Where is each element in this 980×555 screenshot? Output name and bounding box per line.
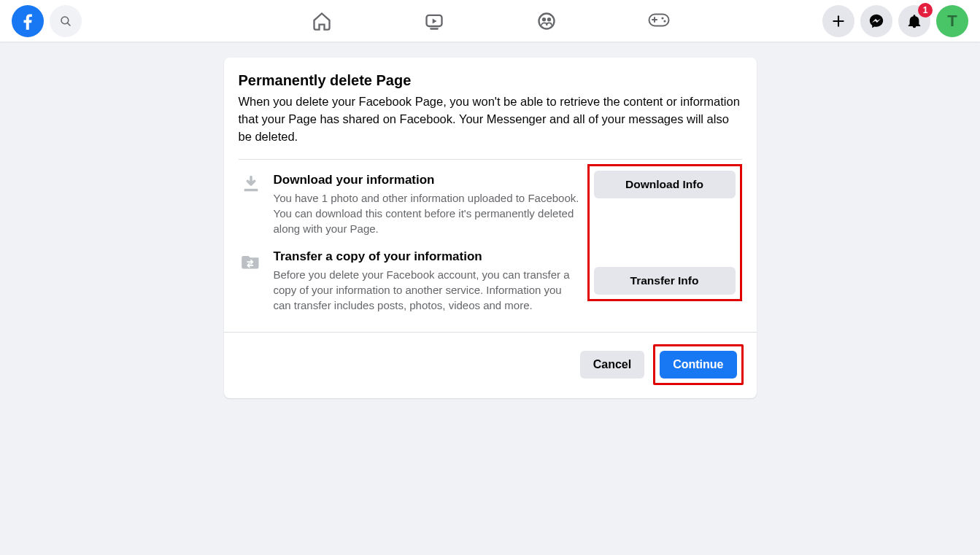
nav-watch[interactable] [418, 5, 450, 37]
search-icon [59, 15, 72, 28]
download-info-button[interactable]: Download Info [594, 171, 736, 198]
option-download-title: Download your information [274, 173, 582, 187]
home-icon [312, 11, 332, 31]
notifications-button[interactable]: 1 [898, 5, 930, 37]
facebook-logo[interactable] [12, 5, 44, 37]
svg-point-10 [661, 17, 663, 19]
continue-button[interactable]: Continue [660, 351, 736, 379]
card-body: Permanently delete Page When you delete … [224, 58, 757, 332]
transfer-info-button[interactable]: Transfer Info [594, 267, 736, 295]
card-title: Permanently delete Page [239, 72, 742, 89]
transfer-icon [239, 249, 263, 271]
nav-home[interactable] [306, 5, 338, 37]
nav-gaming[interactable] [643, 5, 675, 37]
messenger-button[interactable] [860, 5, 892, 37]
card-description: When you delete your Facebook Page, you … [239, 93, 742, 146]
svg-point-4 [539, 13, 554, 28]
header-left [12, 5, 82, 37]
header-right: 1 T [822, 5, 968, 37]
option-transfer-desc: Before you delete your Facebook account,… [274, 267, 582, 313]
highlight-continue-box: Continue [653, 344, 743, 385]
nav-groups[interactable] [530, 5, 563, 37]
svg-line-1 [68, 23, 70, 25]
profile-avatar[interactable]: T [936, 5, 968, 37]
facebook-f-icon [18, 11, 38, 31]
search-button[interactable] [50, 5, 82, 37]
svg-point-6 [547, 17, 550, 20]
plus-icon [831, 14, 846, 28]
top-header: 1 T [0, 0, 980, 42]
create-button[interactable] [822, 5, 854, 37]
option-download-desc: You have 1 photo and other information u… [274, 190, 582, 236]
card-footer: Cancel Continue [224, 332, 757, 398]
notification-badge: 1 [918, 3, 933, 18]
delete-page-card: Permanently delete Page When you delete … [224, 58, 757, 398]
gaming-icon [648, 13, 670, 29]
header-center-nav [306, 5, 675, 37]
watch-icon [424, 11, 444, 31]
groups-icon [536, 11, 557, 31]
svg-point-11 [663, 20, 665, 22]
highlight-buttons-box: Download Info Transfer Info [587, 164, 742, 301]
svg-point-5 [541, 17, 545, 20]
options-block: Download your information You have 1 pho… [239, 160, 742, 332]
option-transfer-title: Transfer a copy of your information [274, 249, 582, 264]
messenger-icon [868, 13, 884, 29]
download-icon [239, 173, 263, 195]
cancel-button[interactable]: Cancel [580, 351, 644, 379]
